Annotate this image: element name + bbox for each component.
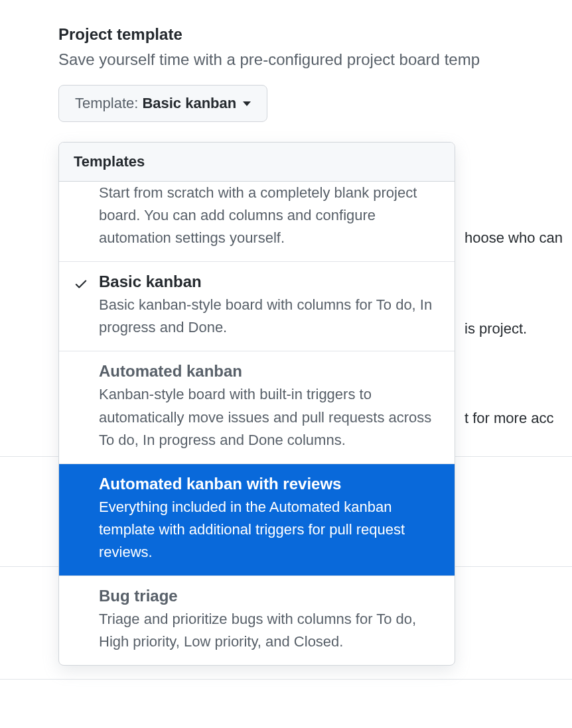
- dropdown-prefix: Template:: [75, 95, 138, 112]
- template-option-none[interactable]: Start from scratch with a completely bla…: [59, 182, 455, 262]
- background-text-2: is project.: [465, 320, 527, 337]
- template-dropdown-button[interactable]: Template: Basic kanban: [58, 85, 267, 122]
- check-column: [74, 362, 99, 451]
- dropdown-value: Basic kanban: [142, 95, 236, 112]
- option-body: Basic kanbanBasic kanban-style board wit…: [99, 273, 440, 339]
- template-option-basic-kanban[interactable]: Basic kanbanBasic kanban-style board wit…: [59, 262, 455, 351]
- divider: [0, 679, 572, 680]
- option-body: Bug triageTriage and prioritize bugs wit…: [99, 587, 440, 653]
- dropdown-menu-header: Templates: [59, 143, 455, 182]
- check-icon: [74, 276, 88, 291]
- option-description: Triage and prioritize bugs with columns …: [99, 608, 440, 653]
- section-subtitle: Save yourself time with a pre-configured…: [58, 50, 572, 69]
- template-option-automated-kanban[interactable]: Automated kanbanKanban-style board with …: [59, 351, 455, 463]
- template-dropdown-menu: Templates Start from scratch with a comp…: [58, 142, 455, 666]
- check-column: [74, 273, 99, 339]
- option-body: Automated kanbanKanban-style board with …: [99, 362, 440, 451]
- option-body: Automated kanban with reviewsEverything …: [99, 475, 440, 564]
- check-column: [74, 587, 99, 653]
- option-description: Kanban-style board with built-in trigger…: [99, 383, 440, 451]
- option-body: Start from scratch with a completely bla…: [99, 182, 440, 249]
- check-column: [74, 182, 99, 249]
- option-title: Basic kanban: [99, 273, 440, 291]
- option-title: Automated kanban with reviews: [99, 475, 440, 493]
- check-column: [74, 475, 99, 564]
- background-text-3: t for more acc: [465, 410, 553, 427]
- option-description: Start from scratch with a completely bla…: [99, 182, 440, 249]
- section-title: Project template: [58, 25, 572, 44]
- template-option-automated-kanban-with-reviews[interactable]: Automated kanban with reviewsEverything …: [59, 464, 455, 576]
- template-option-bug-triage[interactable]: Bug triageTriage and prioritize bugs wit…: [59, 576, 455, 665]
- option-title: Automated kanban: [99, 362, 440, 381]
- chevron-down-icon: [243, 101, 251, 106]
- background-text-1: hoose who can: [465, 229, 563, 247]
- option-title: Bug triage: [99, 587, 440, 605]
- option-description: Everything included in the Automated kan…: [99, 496, 440, 564]
- option-description: Basic kanban-style board with columns fo…: [99, 294, 440, 339]
